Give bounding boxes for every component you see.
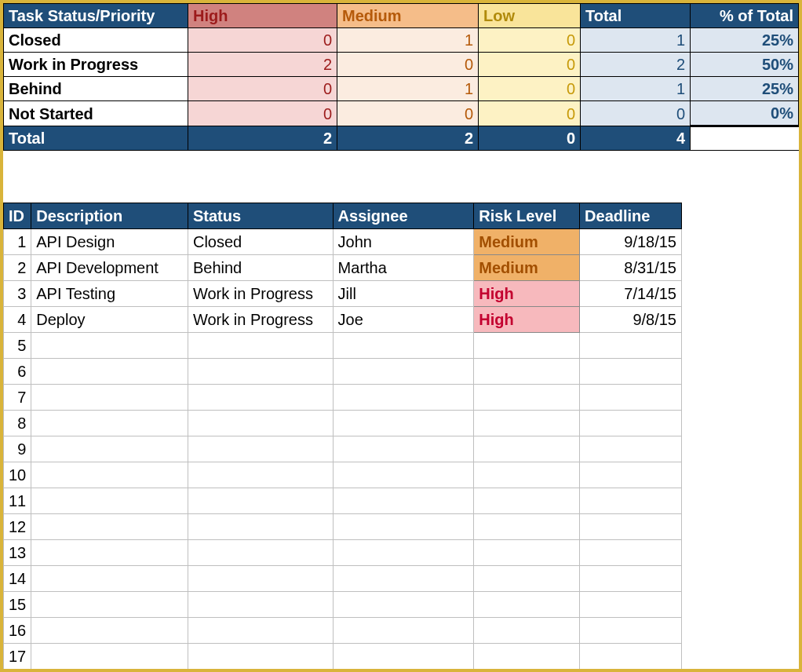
- cell-description[interactable]: [31, 592, 188, 618]
- cell-total[interactable]: 1: [581, 77, 691, 101]
- cell-deadline[interactable]: [580, 670, 682, 673]
- cell-id[interactable]: 5: [4, 333, 31, 359]
- cell-deadline[interactable]: [580, 514, 682, 540]
- cell-status[interactable]: Behind: [188, 255, 333, 281]
- col-assignee[interactable]: Assignee: [333, 203, 474, 229]
- cell-assignee[interactable]: [333, 411, 474, 436]
- cell-pct[interactable]: 0%: [691, 101, 799, 126]
- cell-deadline[interactable]: [580, 566, 682, 592]
- cell-assignee[interactable]: [333, 670, 474, 673]
- row-label[interactable]: Closed: [4, 28, 188, 53]
- cell-deadline[interactable]: [580, 411, 682, 436]
- cell-status[interactable]: Work in Progress: [188, 307, 333, 333]
- col-id[interactable]: ID: [4, 203, 31, 229]
- total-total[interactable]: 4: [581, 126, 691, 151]
- cell-pct[interactable]: 25%: [691, 28, 799, 53]
- cell-description[interactable]: [31, 462, 188, 488]
- cell-id[interactable]: 6: [4, 359, 31, 385]
- cell-status[interactable]: [188, 411, 333, 436]
- cell-deadline[interactable]: [580, 540, 682, 566]
- cell-description[interactable]: [31, 359, 188, 385]
- cell-deadline[interactable]: [580, 462, 682, 488]
- total-medium[interactable]: 2: [337, 126, 479, 151]
- cell-low[interactable]: 0: [479, 101, 581, 126]
- cell-deadline[interactable]: [580, 592, 682, 618]
- cell-id[interactable]: 7: [4, 385, 31, 411]
- cell-id[interactable]: 1: [4, 229, 31, 255]
- col-description[interactable]: Description: [31, 203, 188, 229]
- cell-risk-level[interactable]: Medium: [474, 229, 580, 255]
- cell-pct[interactable]: 50%: [691, 53, 799, 77]
- cell-risk-level[interactable]: [474, 462, 580, 488]
- cell-assignee[interactable]: [333, 359, 474, 385]
- cell-medium[interactable]: 0: [337, 53, 479, 77]
- cell-assignee[interactable]: Joe: [333, 307, 474, 333]
- cell-status[interactable]: [188, 618, 333, 644]
- cell-risk-level[interactable]: [474, 566, 580, 592]
- cell-assignee[interactable]: [333, 644, 474, 670]
- cell-description[interactable]: [31, 436, 188, 462]
- cell-pct[interactable]: 25%: [691, 77, 799, 101]
- col-pct-of-total[interactable]: % of Total: [691, 4, 799, 28]
- col-medium[interactable]: Medium: [337, 4, 479, 28]
- cell-risk-level[interactable]: [474, 385, 580, 411]
- cell-description[interactable]: [31, 618, 188, 644]
- cell-risk-level[interactable]: Medium: [474, 255, 580, 281]
- cell-deadline[interactable]: [580, 644, 682, 670]
- cell-risk-level[interactable]: [474, 644, 580, 670]
- cell-description[interactable]: [31, 488, 188, 514]
- cell-assignee[interactable]: [333, 540, 474, 566]
- cell-status[interactable]: [188, 566, 333, 592]
- cell-assignee[interactable]: [333, 566, 474, 592]
- cell-deadline[interactable]: 9/18/15: [580, 229, 682, 255]
- row-label[interactable]: Work in Progress: [4, 53, 188, 77]
- row-label[interactable]: Not Started: [4, 101, 188, 126]
- cell-deadline[interactable]: 8/31/15: [580, 255, 682, 281]
- cell-id[interactable]: 3: [4, 281, 31, 307]
- cell-assignee[interactable]: Jill: [333, 281, 474, 307]
- cell-risk-level[interactable]: [474, 592, 580, 618]
- cell-assignee[interactable]: [333, 592, 474, 618]
- cell-status[interactable]: Work in Progress: [188, 281, 333, 307]
- cell-risk-level[interactable]: [474, 540, 580, 566]
- cell-total[interactable]: 2: [581, 53, 691, 77]
- cell-assignee[interactable]: [333, 436, 474, 462]
- cell-deadline[interactable]: [580, 333, 682, 359]
- cell-total[interactable]: 0: [581, 101, 691, 126]
- cell-risk-level[interactable]: [474, 436, 580, 462]
- cell-status[interactable]: [188, 514, 333, 540]
- cell-high[interactable]: 2: [188, 53, 337, 77]
- cell-description[interactable]: [31, 540, 188, 566]
- cell-deadline[interactable]: [580, 385, 682, 411]
- cell-id[interactable]: 11: [4, 488, 31, 514]
- cell-id[interactable]: 12: [4, 514, 31, 540]
- cell-risk-level[interactable]: High: [474, 281, 580, 307]
- cell-risk-level[interactable]: [474, 618, 580, 644]
- cell-low[interactable]: 0: [479, 28, 581, 53]
- cell-deadline[interactable]: [580, 436, 682, 462]
- cell-status[interactable]: [188, 462, 333, 488]
- cell-description[interactable]: [31, 566, 188, 592]
- cell-total[interactable]: 1: [581, 28, 691, 53]
- cell-description[interactable]: [31, 333, 188, 359]
- cell-status[interactable]: [188, 540, 333, 566]
- col-status[interactable]: Status: [188, 203, 333, 229]
- cell-low[interactable]: 0: [479, 53, 581, 77]
- cell-description[interactable]: API Development: [31, 255, 188, 281]
- col-high[interactable]: High: [188, 4, 337, 28]
- cell-risk-level[interactable]: [474, 514, 580, 540]
- col-risk-level[interactable]: Risk Level: [474, 203, 580, 229]
- total-high[interactable]: 2: [188, 126, 337, 151]
- cell-assignee[interactable]: [333, 488, 474, 514]
- cell-status[interactable]: [188, 644, 333, 670]
- cell-id[interactable]: 10: [4, 462, 31, 488]
- row-label[interactable]: Behind: [4, 77, 188, 101]
- cell-risk-level[interactable]: [474, 359, 580, 385]
- cell-risk-level[interactable]: [474, 333, 580, 359]
- col-low[interactable]: Low: [479, 4, 581, 28]
- cell-status[interactable]: Closed: [188, 229, 333, 255]
- cell-description[interactable]: [31, 670, 188, 673]
- col-total[interactable]: Total: [581, 4, 691, 28]
- cell-high[interactable]: 0: [188, 77, 337, 101]
- cell-status[interactable]: [188, 359, 333, 385]
